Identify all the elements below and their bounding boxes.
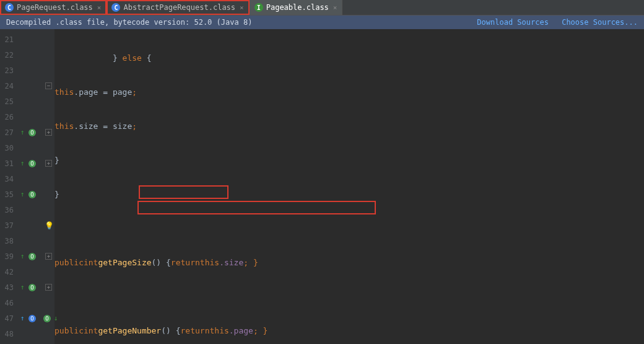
- overridden-icon[interactable]: O: [43, 315, 51, 322]
- class-icon: C: [5, 3, 14, 12]
- implements-up-icon[interactable]: ↑: [19, 129, 26, 136]
- line-number-gutter: 21 22 23 24 25 26 27 30 31 34 35 36 37 3…: [0, 29, 17, 344]
- line-number: 30: [0, 140, 17, 156]
- fold-icon[interactable]: +: [45, 160, 52, 167]
- marker-gutter: − O↑+ O↑+ O↑ 💡 O↑+ O↑+ O↑O↓: [17, 29, 54, 344]
- choose-sources-link[interactable]: Choose Sources...: [562, 18, 638, 27]
- decompiled-info-bar: Decompiled .class file, bytecode version…: [0, 15, 644, 29]
- override-icon[interactable]: O: [28, 129, 36, 136]
- code-line: }: [54, 187, 644, 202]
- implements-up-icon[interactable]: ↑: [19, 284, 26, 291]
- override-icon[interactable]: O: [28, 284, 36, 291]
- override-icon[interactable]: O: [28, 253, 36, 260]
- line-number: 27: [0, 125, 17, 140]
- override-icon[interactable]: O: [28, 191, 36, 198]
- intention-bulb-icon[interactable]: 💡: [45, 221, 53, 230]
- code-line: [54, 221, 644, 236]
- line-number: 37: [0, 218, 17, 233]
- code-line: public int getPageNumber() { return this…: [54, 323, 644, 338]
- tab-abstractpagerequest[interactable]: C AbstractPageRequest.class ×: [107, 0, 249, 15]
- line-number: 42: [0, 264, 17, 280]
- line-number: 38: [0, 233, 17, 249]
- line-number: 22: [0, 47, 17, 63]
- download-sources-link[interactable]: Download Sources: [477, 18, 549, 27]
- close-icon[interactable]: ×: [96, 4, 103, 12]
- code-line: this.page = page;: [54, 84, 644, 100]
- line-number: 23: [0, 63, 17, 78]
- line-number: 25: [0, 94, 17, 109]
- line-number: 48: [0, 326, 17, 342]
- tab-pagerequest[interactable]: C PageRequest.class ×: [0, 0, 107, 15]
- fold-icon[interactable]: +: [45, 253, 52, 260]
- class-icon: C: [111, 3, 120, 12]
- override-icon[interactable]: O: [28, 160, 36, 167]
- close-icon[interactable]: ×: [332, 4, 339, 12]
- line-number: 47: [0, 311, 17, 326]
- editor-tabs: C PageRequest.class × C AbstractPageRequ…: [0, 0, 644, 15]
- line-number: 34: [0, 171, 17, 187]
- infobar-actions: Download Sources Choose Sources...: [468, 18, 638, 27]
- line-number: 31: [0, 156, 17, 171]
- tab-label: PageRequest.class: [17, 3, 93, 12]
- code-line: [54, 289, 644, 304]
- code-area[interactable]: } else { this.page = page; this.size = s…: [54, 29, 644, 344]
- line-number: 46: [0, 295, 17, 311]
- implements-up-icon[interactable]: ↑: [19, 253, 26, 260]
- code-line: }: [54, 152, 644, 168]
- code-editor[interactable]: 21 22 23 24 25 26 27 30 31 34 35 36 37 3…: [0, 29, 644, 344]
- decompiled-message: Decompiled .class file, bytecode version…: [6, 18, 252, 27]
- fold-icon[interactable]: −: [45, 82, 52, 89]
- fold-icon[interactable]: +: [45, 284, 52, 291]
- implements-up-icon[interactable]: ↑: [19, 160, 26, 167]
- line-number: 26: [0, 109, 17, 125]
- line-number: 36: [0, 202, 17, 218]
- implements-up-icon[interactable]: ↑: [19, 191, 26, 198]
- line-number: 21: [0, 32, 17, 47]
- implements-up-icon[interactable]: ↑: [19, 315, 26, 322]
- code-line: this.size = size;: [54, 118, 644, 134]
- line-number: 24: [0, 78, 17, 94]
- line-number: 39: [0, 249, 17, 264]
- close-icon[interactable]: ×: [238, 4, 245, 12]
- override-icon[interactable]: O: [28, 315, 36, 322]
- fold-icon[interactable]: +: [45, 129, 52, 136]
- interface-icon: I: [255, 3, 263, 12]
- tab-label: Pageable.class: [266, 3, 329, 12]
- tab-pageable[interactable]: I Pageable.class ×: [250, 0, 343, 15]
- code-line: } else {: [54, 50, 644, 66]
- tab-label: AbstractPageRequest.class: [123, 3, 235, 12]
- code-line: public int getPageSize() { return this.s…: [54, 255, 644, 270]
- line-number: 35: [0, 187, 17, 202]
- highlight-box-return: [137, 201, 376, 214]
- line-number: 43: [0, 280, 17, 295]
